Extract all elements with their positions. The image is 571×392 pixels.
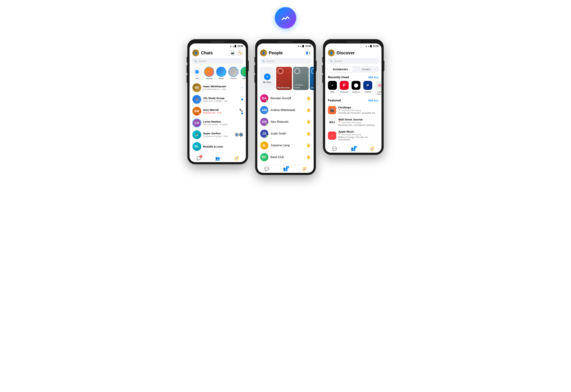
featured-desc: Millions of songs. Zero ads. No commitme… — [338, 136, 379, 141]
camera-button[interactable]: 📷 — [229, 50, 236, 56]
nav-people[interactable]: 👥 33 — [351, 147, 356, 151]
people-nav-icon: 👥 — [215, 156, 220, 161]
featured-fandango[interactable]: 🎬 Fandango 📍 Automated Messaging Instant… — [327, 104, 379, 116]
story-mia[interactable]: M Mia Reynolds — [276, 67, 292, 90]
chat-item-surfers[interactable]: 🏄 Super Surfers Tomorrow is great · Mon … — [191, 129, 244, 140]
featured-item-info: Wall Street Journal 📍 Automated Messagin… — [338, 118, 379, 126]
wave-icon[interactable]: 🖐 — [306, 120, 311, 124]
nav-people[interactable]: 👥 — [215, 156, 220, 161]
nav-chats[interactable]: 💬 — [332, 147, 337, 151]
brand-label: Nike — [331, 91, 334, 93]
nav-people[interactable]: 👥 33 — [283, 167, 288, 171]
unread-indicator — [241, 112, 243, 114]
recently-used-row: ✔ Nike P Pinterest ⬤ Sephora P PayPal 🌸 — [325, 81, 381, 98]
contact-name: Brendan Aronoff — [270, 97, 304, 100]
brand-flower[interactable]: 🌸 1-800Flow... — [375, 81, 381, 95]
featured-list: 🎬 Fandango 📍 Automated Messaging Instant… — [325, 104, 381, 143]
contact-julyanne[interactable]: JL Julyanne Liang 🖐 — [259, 140, 312, 151]
chat-preview: Tomorrow is great · Mon — [203, 135, 233, 138]
contact-name: Alex Ristevski — [270, 120, 304, 124]
chats-search-bar[interactable]: 🔍 Search — [192, 58, 244, 64]
location-icon: 📍 — [338, 133, 341, 136]
nav-chats[interactable]: 💬 — [264, 167, 269, 171]
tab-games[interactable]: GAMES — [353, 67, 379, 72]
brand-label: 1-800Flow... — [377, 91, 381, 95]
nav-discover[interactable]: 🧭 — [302, 167, 307, 171]
recently-used-see-all[interactable]: SEE ALL — [368, 76, 379, 79]
status-time: 12:30 — [238, 45, 243, 47]
contact-andrea[interactable]: AM Andrea Mittelstaedt 🖐 — [259, 104, 312, 116]
story-2[interactable]: Nature — [216, 67, 227, 80]
brand-label: PayPal — [365, 91, 371, 93]
chat-preview: I'm definately in! · now — [203, 88, 239, 91]
brand-nike[interactable]: ✔ Nike — [328, 81, 337, 95]
brand-sephora[interactable]: ⬤ Sephora — [351, 81, 361, 95]
missed-call-indicator — [199, 113, 201, 115]
chat-preview: Kelly sent a sticker · 9m — [203, 100, 240, 102]
user-avatar[interactable]: 👤 — [192, 50, 199, 56]
nav-chats[interactable]: 💬 3 — [196, 156, 201, 161]
story-4[interactable]: Outdoor — [240, 67, 246, 80]
featured-see-all[interactable]: SEE ALL — [368, 99, 379, 102]
featured-apple-music[interactable]: ♪ Apple Music 📍 Automated Messaging Mill… — [327, 128, 379, 143]
featured-name: Wall Street Journal — [338, 118, 379, 121]
brand-paypal[interactable]: P PayPal — [363, 81, 372, 95]
people-badge: 33 — [354, 146, 357, 148]
nav-discover[interactable]: 🧭 — [234, 156, 239, 161]
tab-businesses[interactable]: BUSINESSES — [328, 67, 353, 72]
contact-band-club[interactable]: BC Band Club 🖐 — [259, 151, 312, 163]
chats-title: Chats — [201, 50, 228, 56]
messenger-logo — [275, 7, 296, 28]
wifi-icon: ▲ — [365, 45, 367, 47]
wave-icon[interactable]: 🖐 — [306, 143, 311, 148]
chat-name: Amy Warrell — [203, 108, 238, 111]
chat-item-rodolfo[interactable]: RL Rodolfo & Leon — [191, 140, 244, 152]
people-screen: ▲ ▲ ▉ 12:30 👤 People 👤+ 🔍 Search — [257, 43, 314, 173]
chat-item-study[interactable]: 📚 101 Study Group Kelly sent a sticker ·… — [191, 94, 244, 105]
online-indicator — [266, 124, 268, 126]
add-friend-button[interactable]: 👤+ — [305, 50, 311, 56]
wave-icon[interactable]: 🖐 — [306, 131, 311, 136]
people-bottom-nav: 💬 👥 33 🧭 — [257, 165, 314, 173]
brand-pinterest[interactable]: P Pinterest — [340, 81, 349, 95]
discover-screen: ▲ ▲ ▉ 12:30 👤 Discover 🔍 Search BUS — [325, 43, 381, 153]
featured-wsj[interactable]: WSJ Wall Street Journal 📍 Automated Mess… — [327, 116, 379, 128]
wave-icon[interactable]: 🖐 — [306, 108, 311, 112]
compose-button[interactable]: ✏️ — [237, 50, 243, 56]
contact-alex[interactable]: AR Alex Ristevski 🖐 — [259, 116, 312, 128]
contact-brendan[interactable]: BA Brendan Aronoff 🖐 — [259, 93, 312, 104]
contact-justin[interactable]: JS Justin Smith 🖐 — [259, 128, 312, 140]
featured-desc: Breaking news, investigative reporting..… — [338, 124, 379, 126]
contact-name: Justin Smith — [270, 132, 304, 135]
chat-list: IW Isaac Weinhausen I'm definately in! ·… — [190, 82, 246, 152]
wave-icon[interactable]: 🖐 — [306, 96, 311, 100]
location-icon: 📍 — [338, 121, 341, 124]
add-story-card[interactable]: + My Story — [259, 67, 275, 90]
featured-section: Featured SEE ALL — [325, 98, 381, 104]
story-jean[interactable]: J Jean-M Denis — [310, 67, 314, 90]
signal-icon: ▲ — [232, 45, 234, 47]
discover-search-bar[interactable]: 🔍 Search — [327, 58, 379, 64]
chat-item-isaac[interactable]: IW Isaac Weinhausen I'm definately in! ·… — [191, 82, 244, 94]
chat-item-amy[interactable]: AW Amy Warrell Missed Call · 37m 📞 — [191, 105, 244, 117]
brand-label: Sephora — [352, 91, 360, 93]
phone-icon: 📞 — [240, 108, 243, 112]
story-3[interactable]: Person — [228, 67, 239, 80]
add-story-item[interactable]: + Add — [192, 67, 202, 80]
user-avatar[interactable]: 👤 — [328, 50, 335, 56]
notch — [325, 41, 381, 42]
nav-discover[interactable]: 🧭 — [370, 147, 375, 151]
user-avatar[interactable]: 👤 — [260, 50, 267, 56]
featured-item-info: Fandango 📍 Automated Messaging Instantly… — [338, 106, 379, 114]
notch — [257, 41, 314, 42]
story-label: Add — [195, 78, 199, 80]
chat-name: Loren Newton — [203, 120, 243, 123]
people-search-bar[interactable]: 🔍 Search — [259, 58, 312, 64]
chat-item-loren[interactable]: LN Loren Newton See you soon! · 8:24am — [191, 117, 244, 129]
chats-header: 👤 Chats 📷 ✏️ — [190, 48, 246, 58]
story-1[interactable]: #friends — [204, 67, 214, 80]
story-loredana[interactable]: L Loredana Crisan — [293, 67, 309, 90]
status-bar: ▲ ▲ ▉ 12:30 — [190, 43, 246, 48]
discover-nav-icon: 🧭 — [370, 147, 375, 151]
wave-icon[interactable]: 🖐 — [306, 155, 311, 159]
